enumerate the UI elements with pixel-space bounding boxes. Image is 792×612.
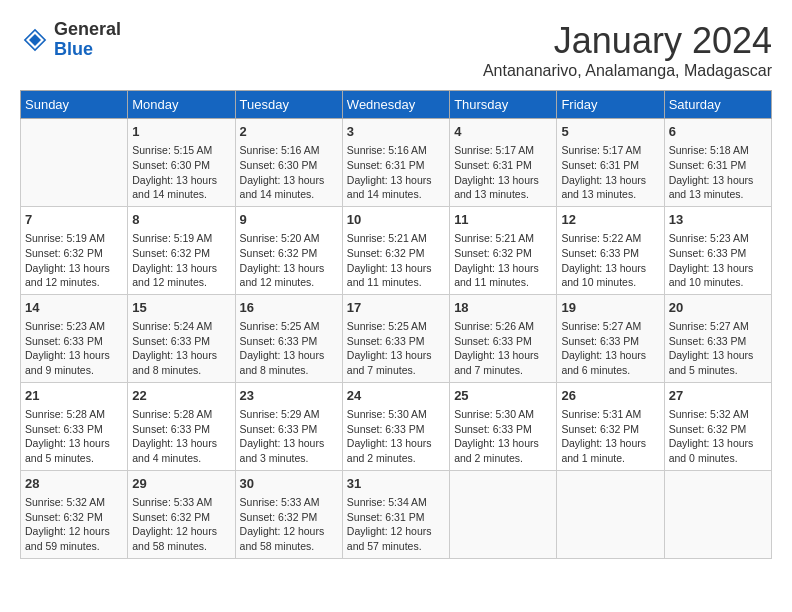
day-info: Sunset: 6:31 PM: [561, 158, 659, 173]
day-number: 6: [669, 123, 767, 141]
day-info: Sunset: 6:32 PM: [132, 510, 230, 525]
calendar-cell: 13Sunrise: 5:23 AMSunset: 6:33 PMDayligh…: [664, 206, 771, 294]
day-info: Sunset: 6:33 PM: [25, 422, 123, 437]
day-info: Daylight: 13 hours: [454, 348, 552, 363]
day-info: and 8 minutes.: [240, 363, 338, 378]
day-number: 15: [132, 299, 230, 317]
day-info: and 12 minutes.: [132, 275, 230, 290]
day-info: Sunrise: 5:22 AM: [561, 231, 659, 246]
day-info: Sunset: 6:33 PM: [561, 334, 659, 349]
day-number: 26: [561, 387, 659, 405]
day-info: Daylight: 13 hours: [132, 261, 230, 276]
day-info: Sunset: 6:32 PM: [347, 246, 445, 261]
day-info: Sunrise: 5:23 AM: [25, 319, 123, 334]
day-info: and 11 minutes.: [347, 275, 445, 290]
day-info: Sunrise: 5:34 AM: [347, 495, 445, 510]
calendar-cell: 8Sunrise: 5:19 AMSunset: 6:32 PMDaylight…: [128, 206, 235, 294]
day-info: Sunset: 6:32 PM: [561, 422, 659, 437]
day-number: 25: [454, 387, 552, 405]
day-info: Sunrise: 5:30 AM: [347, 407, 445, 422]
day-info: Daylight: 13 hours: [347, 348, 445, 363]
header-monday: Monday: [128, 91, 235, 119]
day-info: Sunrise: 5:17 AM: [454, 143, 552, 158]
logo-icon: [20, 25, 50, 55]
day-info: and 57 minutes.: [347, 539, 445, 554]
day-info: Daylight: 13 hours: [25, 348, 123, 363]
day-info: Sunset: 6:30 PM: [240, 158, 338, 173]
day-info: and 6 minutes.: [561, 363, 659, 378]
calendar-cell: 27Sunrise: 5:32 AMSunset: 6:32 PMDayligh…: [664, 382, 771, 470]
header-sunday: Sunday: [21, 91, 128, 119]
day-info: Sunset: 6:31 PM: [347, 158, 445, 173]
logo-blue-text: Blue: [54, 40, 121, 60]
day-info: and 7 minutes.: [454, 363, 552, 378]
day-info: Sunrise: 5:17 AM: [561, 143, 659, 158]
day-info: Sunset: 6:33 PM: [669, 246, 767, 261]
day-number: 4: [454, 123, 552, 141]
day-number: 1: [132, 123, 230, 141]
day-info: Sunrise: 5:25 AM: [347, 319, 445, 334]
day-info: Sunset: 6:31 PM: [454, 158, 552, 173]
day-info: and 59 minutes.: [25, 539, 123, 554]
calendar-cell: 11Sunrise: 5:21 AMSunset: 6:32 PMDayligh…: [450, 206, 557, 294]
day-info: and 14 minutes.: [347, 187, 445, 202]
location-title: Antananarivo, Analamanga, Madagascar: [483, 62, 772, 80]
header-saturday: Saturday: [664, 91, 771, 119]
day-info: Sunset: 6:33 PM: [240, 334, 338, 349]
day-info: and 58 minutes.: [132, 539, 230, 554]
day-number: 18: [454, 299, 552, 317]
day-info: Sunrise: 5:32 AM: [669, 407, 767, 422]
calendar-cell: 24Sunrise: 5:30 AMSunset: 6:33 PMDayligh…: [342, 382, 449, 470]
day-info: Daylight: 13 hours: [132, 436, 230, 451]
day-info: Daylight: 13 hours: [347, 261, 445, 276]
header-row: Sunday Monday Tuesday Wednesday Thursday…: [21, 91, 772, 119]
calendar-cell: 31Sunrise: 5:34 AMSunset: 6:31 PMDayligh…: [342, 470, 449, 558]
day-info: Daylight: 13 hours: [669, 436, 767, 451]
day-info: and 12 minutes.: [240, 275, 338, 290]
day-number: 28: [25, 475, 123, 493]
day-info: Sunset: 6:32 PM: [25, 510, 123, 525]
calendar-week-2: 7Sunrise: 5:19 AMSunset: 6:32 PMDaylight…: [21, 206, 772, 294]
day-info: Sunrise: 5:33 AM: [132, 495, 230, 510]
calendar-cell: 12Sunrise: 5:22 AMSunset: 6:33 PMDayligh…: [557, 206, 664, 294]
day-info: Sunrise: 5:23 AM: [669, 231, 767, 246]
day-info: Daylight: 13 hours: [669, 173, 767, 188]
header-wednesday: Wednesday: [342, 91, 449, 119]
calendar-cell: 19Sunrise: 5:27 AMSunset: 6:33 PMDayligh…: [557, 294, 664, 382]
month-title: January 2024: [483, 20, 772, 62]
day-info: Sunset: 6:33 PM: [25, 334, 123, 349]
calendar-cell: 7Sunrise: 5:19 AMSunset: 6:32 PMDaylight…: [21, 206, 128, 294]
day-info: Sunrise: 5:31 AM: [561, 407, 659, 422]
calendar-week-3: 14Sunrise: 5:23 AMSunset: 6:33 PMDayligh…: [21, 294, 772, 382]
calendar-week-1: 1Sunrise: 5:15 AMSunset: 6:30 PMDaylight…: [21, 119, 772, 207]
calendar-cell: [21, 119, 128, 207]
day-info: Daylight: 12 hours: [240, 524, 338, 539]
day-info: Daylight: 13 hours: [132, 348, 230, 363]
day-info: Sunset: 6:33 PM: [561, 246, 659, 261]
day-number: 19: [561, 299, 659, 317]
calendar-cell: 22Sunrise: 5:28 AMSunset: 6:33 PMDayligh…: [128, 382, 235, 470]
calendar-cell: [557, 470, 664, 558]
day-info: Sunrise: 5:29 AM: [240, 407, 338, 422]
day-info: Sunset: 6:33 PM: [132, 422, 230, 437]
day-info: Daylight: 13 hours: [240, 261, 338, 276]
day-number: 20: [669, 299, 767, 317]
page-header: General Blue January 2024 Antananarivo, …: [20, 20, 772, 80]
calendar-cell: 30Sunrise: 5:33 AMSunset: 6:32 PMDayligh…: [235, 470, 342, 558]
day-number: 11: [454, 211, 552, 229]
day-info: Sunrise: 5:16 AM: [240, 143, 338, 158]
calendar-cell: 23Sunrise: 5:29 AMSunset: 6:33 PMDayligh…: [235, 382, 342, 470]
calendar-week-4: 21Sunrise: 5:28 AMSunset: 6:33 PMDayligh…: [21, 382, 772, 470]
day-info: Sunset: 6:30 PM: [132, 158, 230, 173]
day-number: 17: [347, 299, 445, 317]
day-info: Sunrise: 5:21 AM: [454, 231, 552, 246]
day-info: and 5 minutes.: [25, 451, 123, 466]
day-info: and 14 minutes.: [240, 187, 338, 202]
day-number: 3: [347, 123, 445, 141]
day-info: Daylight: 13 hours: [240, 348, 338, 363]
day-info: and 7 minutes.: [347, 363, 445, 378]
day-info: Sunrise: 5:18 AM: [669, 143, 767, 158]
day-number: 23: [240, 387, 338, 405]
calendar-week-5: 28Sunrise: 5:32 AMSunset: 6:32 PMDayligh…: [21, 470, 772, 558]
day-info: Sunrise: 5:27 AM: [561, 319, 659, 334]
